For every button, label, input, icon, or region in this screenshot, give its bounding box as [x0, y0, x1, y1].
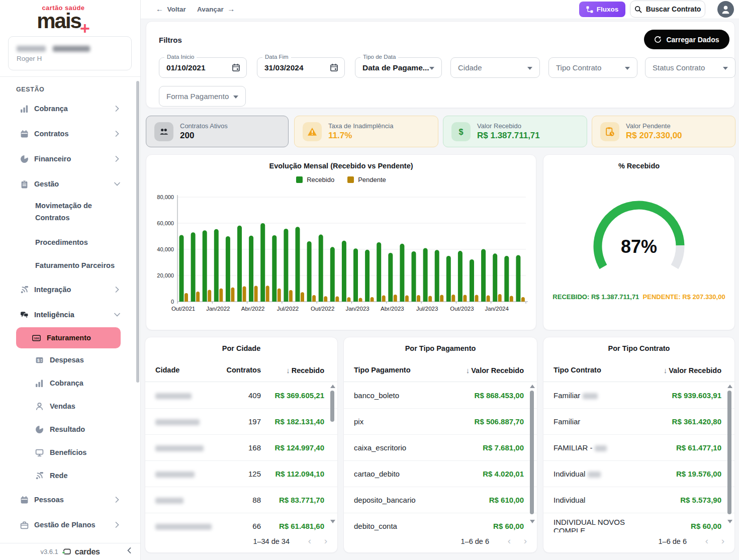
briefcase-icon: [20, 521, 29, 529]
cell-tipo-contrato: INDIVIDUAL NOVOS COMPLE...: [553, 518, 639, 533]
cell-recebido: R$ 182.131,40: [261, 417, 337, 426]
por-tipo-contrato-table-card: Por Tipo Contrato Tipo Contrato ↓Valor R…: [543, 337, 735, 553]
sidebar-item-despesas[interactable]: $ Despesas: [0, 348, 140, 371]
tipo-de-data-select[interactable]: Tipo de Data Data de Pagame...: [355, 57, 442, 78]
sidebar-nav: GESTÃO Cobrança Contratos Financeiro Ges…: [0, 76, 140, 543]
table-scrollbar: [727, 385, 732, 523]
legend-recebido[interactable]: Recebido: [296, 176, 334, 183]
table-row: deposito_bancario R$ 610,00: [344, 487, 537, 513]
tipo-contrato-select[interactable]: Tipo Contrato: [548, 57, 637, 78]
scroll-up-icon[interactable]: [530, 385, 535, 388]
sort-desc-icon: ↓: [466, 366, 470, 375]
calendar-icon[interactable]: [232, 63, 240, 72]
column-header-valor-recebido[interactable]: ↓Valor Recebido: [441, 366, 537, 375]
pagination-next-icon[interactable]: ›: [324, 535, 327, 546]
data-inicio-field[interactable]: Data Inicio 01/10/2021: [159, 57, 247, 78]
scrollbar-thumb[interactable]: [330, 391, 334, 422]
kpi-valor-recebido[interactable]: $ Valor RecebidoR$ 1.387.711,71: [443, 116, 587, 147]
pagination-prev-icon[interactable]: ‹: [508, 535, 511, 546]
table-header: Tipo Contrato ↓Valor Recebido: [543, 360, 734, 380]
table-row: 125 R$ 112.094,10: [145, 460, 337, 487]
sidebar-item-rede[interactable]: Rede: [0, 464, 140, 487]
user-card[interactable]: Roger H: [8, 36, 132, 70]
carregar-dados-button[interactable]: Carregar Dados: [644, 30, 729, 49]
scrollbar-thumb[interactable]: [530, 391, 534, 514]
scroll-up-icon[interactable]: [727, 385, 732, 388]
cell-recebido: R$ 369.605,21: [261, 391, 337, 400]
sidebar-item-vendas[interactable]: Vendas: [0, 395, 140, 418]
cell-tipo-pagamento: deposito_bancario: [354, 496, 441, 504]
sidebar-item-integracao[interactable]: Integração: [0, 277, 140, 302]
pagination-prev-icon[interactable]: ‹: [308, 535, 311, 546]
sidebar-item-contratos[interactable]: Contratos: [0, 121, 140, 146]
pagination-next-icon[interactable]: ›: [524, 535, 527, 546]
table-row: Familiar R$ 939.603,91: [543, 382, 734, 408]
sidebar-item-gestao[interactable]: Gestão: [0, 171, 140, 197]
search-icon: [634, 6, 642, 13]
forma-pagamento-select[interactable]: Forma Pagamento: [159, 86, 246, 107]
table-row: 66 R$ 61.481,60: [145, 513, 337, 532]
sidebar-item-faturamento-parceiros[interactable]: Faturamento Parceiros: [0, 254, 140, 277]
scrollbar-thumb[interactable]: [727, 391, 731, 514]
gauge-footer: RECEBIDO: R$ 1.387.711,71 PENDENTE: R$ 2…: [543, 293, 734, 301]
scroll-down-icon[interactable]: [727, 520, 732, 523]
kpi-valor-pendente[interactable]: Valor PendenteR$ 207.330,00: [592, 116, 735, 147]
table-row: Familiar R$ 361.420,80: [543, 408, 734, 434]
column-header-contratos[interactable]: Contratos: [213, 366, 261, 374]
cardes-logo-icon: [62, 548, 71, 555]
cell-tipo-contrato: Familiar: [553, 417, 639, 426]
sidebar-item-cobranca-inteligencia[interactable]: Cobrança: [0, 371, 140, 395]
scroll-down-icon[interactable]: [330, 520, 335, 523]
pagination: 1–6 de 6 ‹ ›: [344, 531, 537, 552]
column-header-valor-recebido[interactable]: ↓Valor Recebido: [639, 366, 734, 375]
sidebar-item-cobranca[interactable]: Cobrança: [0, 96, 140, 121]
sidebar-item-resultado[interactable]: Resultado: [0, 418, 140, 441]
sidebar-item-financeiro[interactable]: Financeiro: [0, 146, 140, 171]
legend-pendente[interactable]: Pendente: [347, 176, 386, 183]
sidebar-item-inteligencia[interactable]: Inteligência: [0, 302, 140, 327]
sidebar-item-procedimentos[interactable]: Procedimentos: [0, 231, 140, 254]
forward-button[interactable]: Avançar →: [197, 5, 235, 13]
kpi-taxa-inadimplencia[interactable]: Taxa de Inadimplência11.7%: [294, 116, 438, 147]
cidade-select[interactable]: Cidade: [450, 57, 540, 78]
sidebar-item-gestao-de-planos[interactable]: Gestão de Planos: [0, 512, 140, 537]
scroll-down-icon[interactable]: [530, 520, 535, 523]
sidebar-item-beneficios[interactable]: Benefícios: [0, 441, 140, 464]
pagination-prev-icon[interactable]: ‹: [705, 535, 708, 546]
table-row: pix R$ 506.887,70: [344, 408, 537, 434]
buscar-contrato-button[interactable]: Buscar Contrato: [630, 1, 705, 18]
data-fim-field[interactable]: Data Fim 31/03/2024: [257, 57, 345, 78]
chevron-down-icon: [429, 67, 434, 70]
column-header-cidade[interactable]: Cidade: [155, 366, 213, 374]
calendar-icon[interactable]: [330, 63, 338, 72]
clipboard-clock-icon: [600, 122, 619, 141]
status-contrato-select[interactable]: Status Contrato: [645, 57, 735, 78]
column-header-tipo-contrato[interactable]: Tipo Contrato: [553, 366, 639, 374]
sidebar-item-pessoas[interactable]: Pessoas: [0, 487, 140, 512]
scroll-up-icon[interactable]: [330, 385, 335, 388]
sidebar-scrollbar[interactable]: [136, 81, 139, 383]
chevron-down-icon: [115, 312, 119, 318]
user-avatar[interactable]: [717, 1, 734, 18]
column-header-tipo-pagamento[interactable]: Tipo Pagamento: [354, 366, 441, 374]
user-name: Roger H: [17, 55, 123, 62]
chart-title: Evolução Mensal (Recebido vs Pendente): [146, 162, 536, 170]
kpi-contratos-ativos[interactable]: Contratos Ativos200: [146, 116, 289, 147]
sidebar-collapse-button[interactable]: [127, 547, 131, 553]
back-button[interactable]: ← Voltar: [156, 5, 186, 13]
fluxos-button[interactable]: Fluxos: [579, 2, 625, 17]
cell-valor-recebido: R$ 19.576,00: [639, 470, 734, 478]
sidebar: cartão saúde mais+ Roger H GESTÃO Cobran…: [0, 0, 141, 560]
column-header-recebido[interactable]: ↓Recebido: [261, 366, 337, 375]
svg-text:100: 100: [34, 336, 39, 340]
chevron-down-icon: [625, 67, 630, 70]
sidebar-item-faturamento[interactable]: 100 Faturamento: [16, 327, 121, 348]
pagination-next-icon[interactable]: ›: [721, 535, 724, 546]
cell-recebido: R$ 61.481,60: [261, 522, 337, 530]
table-title: Por Cidade: [145, 344, 337, 352]
chevron-right-icon: [115, 522, 119, 528]
cell-contratos: 409: [213, 391, 261, 400]
cell-cidade-redacted: [155, 391, 213, 400]
sidebar-item-movimetacao-de-contratos[interactable]: Movimetação de Contratos: [0, 197, 140, 231]
signal-icon: [35, 472, 44, 480]
